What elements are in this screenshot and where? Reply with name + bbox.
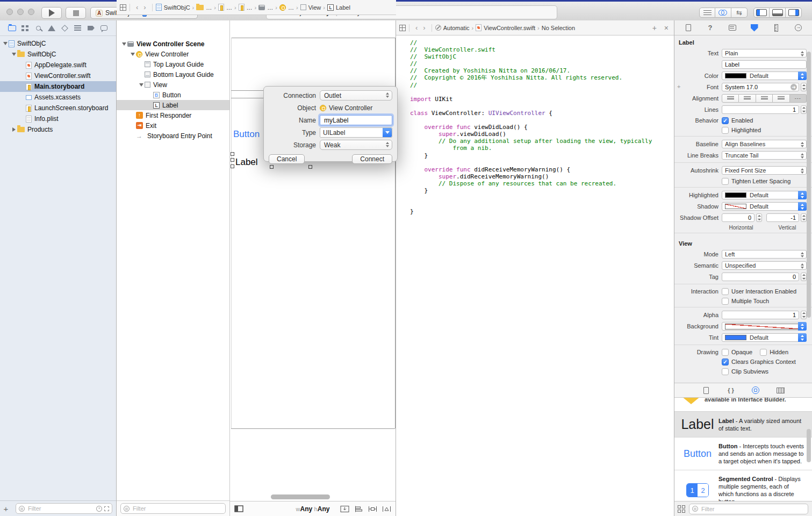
- align-natural-button[interactable]: ---: [790, 94, 807, 103]
- outline-row[interactable]: ⇥Exit: [117, 120, 229, 131]
- minimize-window-button[interactable]: [17, 9, 24, 15]
- size-inspector-tab[interactable]: [771, 23, 782, 33]
- grid-view-icon[interactable]: [678, 505, 685, 513]
- navigator-filter-field[interactable]: [16, 503, 112, 514]
- clip-subviews-checkbox[interactable]: [722, 368, 729, 375]
- align-left-button[interactable]: [722, 94, 739, 103]
- disclosure-triangle-icon[interactable]: [130, 53, 136, 56]
- shadow-horizontal-stepper[interactable]: [756, 213, 762, 222]
- connections-inspector-tab[interactable]: [793, 23, 804, 33]
- toggle-debug-area-button[interactable]: [770, 8, 786, 18]
- tag-input[interactable]: [722, 274, 799, 280]
- storage-popup[interactable]: Weak: [320, 140, 392, 150]
- tag-field[interactable]: [722, 273, 799, 281]
- debug-navigator-tab[interactable]: [73, 23, 83, 33]
- align-justify-button[interactable]: [773, 94, 789, 103]
- outline-row[interactable]: View Controller: [117, 49, 229, 59]
- resolve-issues-icon[interactable]: [382, 505, 391, 513]
- blue-stepper-icon[interactable]: [798, 202, 807, 211]
- stop-button[interactable]: [66, 7, 86, 19]
- navigator-file-row[interactable]: Products: [0, 124, 116, 135]
- jumpbar-crumb[interactable]: ViewController.swift: [476, 24, 535, 31]
- related-items-icon[interactable]: [399, 25, 406, 31]
- tint-color-popup[interactable]: Default: [722, 333, 807, 342]
- file-inspector-tab[interactable]: [683, 23, 694, 33]
- jumpbar-crumb[interactable]: …: [279, 4, 294, 11]
- navigator-file-row[interactable]: SwiftObjC: [0, 49, 116, 60]
- zoom-window-button[interactable]: [28, 9, 34, 15]
- selection-handle[interactable]: [231, 164, 234, 168]
- shadow-color-popup[interactable]: Default: [722, 202, 807, 211]
- library-entry[interactable]: ButtonButton - Intercepts touch events a…: [674, 438, 812, 470]
- disclosure-triangle-icon[interactable]: [121, 42, 127, 46]
- label-text-input[interactable]: [722, 61, 806, 68]
- horizontal-scrollbar[interactable]: [271, 494, 330, 499]
- outline-filter-field[interactable]: [120, 503, 226, 514]
- recent-files-icon[interactable]: [96, 506, 102, 512]
- highlighted-checkbox[interactable]: [722, 127, 729, 134]
- toggle-inspector-button[interactable]: [786, 8, 802, 18]
- lines-field[interactable]: [722, 105, 799, 114]
- library-filter-field[interactable]: [689, 504, 808, 514]
- blue-stepper-icon[interactable]: [798, 322, 807, 331]
- blue-stepper-icon[interactable]: [798, 333, 807, 342]
- selection-handle[interactable]: [231, 152, 234, 156]
- issue-navigator-tab[interactable]: [46, 23, 57, 33]
- add-assistant-editor-button[interactable]: +: [652, 24, 657, 32]
- outlet-name-field[interactable]: [320, 115, 392, 125]
- jumpbar-crumb[interactable]: No Selection: [542, 25, 575, 31]
- search-navigator-tab[interactable]: [33, 23, 44, 33]
- navigator-file-row[interactable]: Info.plist: [0, 113, 116, 124]
- shadow-horizontal-field[interactable]: [722, 213, 754, 222]
- breakpoint-navigator-tab[interactable]: [85, 23, 96, 33]
- outline-row[interactable]: BButton: [117, 90, 229, 100]
- shadow-horizontal-input[interactable]: [722, 214, 754, 221]
- symbol-navigator-tab[interactable]: [20, 23, 31, 33]
- assistant-editor-button[interactable]: [715, 8, 731, 18]
- outline-row[interactable]: View: [117, 80, 229, 90]
- label-text-field[interactable]: [722, 60, 807, 69]
- related-items-icon[interactable]: [120, 4, 126, 11]
- back-button[interactable]: ‹: [133, 3, 141, 11]
- outlet-name-input[interactable]: [323, 116, 392, 125]
- align-right-button[interactable]: [756, 94, 773, 103]
- multiple-touch-checkbox[interactable]: [722, 298, 729, 305]
- autoshrink-popup[interactable]: Fixed Font Size: [722, 166, 807, 175]
- jumpbar-crumb[interactable]: Automatic: [435, 25, 470, 31]
- canvas-button[interactable]: Button: [233, 129, 260, 140]
- semantic-popup[interactable]: Unspecified: [722, 261, 807, 270]
- project-navigator-tab[interactable]: [6, 23, 17, 33]
- add-file-button[interactable]: +: [0, 504, 12, 513]
- color-swatch[interactable]: [725, 192, 746, 198]
- dropdown-arrow-icon[interactable]: [383, 128, 392, 137]
- font-field[interactable]: ➜: [722, 83, 799, 91]
- disclosure-triangle-icon[interactable]: [11, 127, 17, 132]
- lines-input[interactable]: [722, 106, 799, 113]
- size-class-control[interactable]: wAny hAny: [296, 505, 330, 513]
- connection-popup[interactable]: Outlet: [320, 90, 392, 101]
- library-entry[interactable]: LabelLabel - A variably sized amount of …: [674, 412, 812, 438]
- quick-help-inspector-tab[interactable]: ?: [705, 23, 716, 33]
- text-style-popup[interactable]: Plain: [722, 49, 807, 58]
- outline-filter-input[interactable]: [132, 505, 222, 512]
- jumpbar-crumb[interactable]: …: [218, 4, 232, 11]
- baseline-popup[interactable]: Align Baselines: [722, 140, 807, 148]
- tag-stepper[interactable]: [801, 273, 807, 281]
- test-navigator-tab[interactable]: [59, 23, 70, 33]
- hidden-checkbox[interactable]: [760, 349, 767, 356]
- close-assistant-editor-button[interactable]: ×: [664, 24, 669, 32]
- outline-row[interactable]: View Controller Scene: [117, 39, 229, 49]
- close-window-button[interactable]: [6, 9, 13, 15]
- type-combobox[interactable]: UILabel: [320, 127, 392, 138]
- toggle-navigator-button[interactable]: [753, 8, 770, 18]
- library-filter-input[interactable]: [700, 505, 805, 513]
- align-icon[interactable]: [354, 505, 363, 513]
- library-entry-partial[interactable]: available in Interface Builder.: [674, 398, 812, 412]
- color-swatch[interactable]: [725, 335, 746, 340]
- library-entry[interactable]: 12Segmented Control - Displays multiple …: [674, 470, 812, 501]
- selection-handle[interactable]: [308, 165, 312, 169]
- cancel-button[interactable]: Cancel: [269, 154, 305, 164]
- font-picker-icon[interactable]: ➜: [791, 84, 797, 90]
- outline-row[interactable]: Bottom Layout Guide: [117, 69, 229, 80]
- opaque-checkbox[interactable]: [722, 349, 729, 356]
